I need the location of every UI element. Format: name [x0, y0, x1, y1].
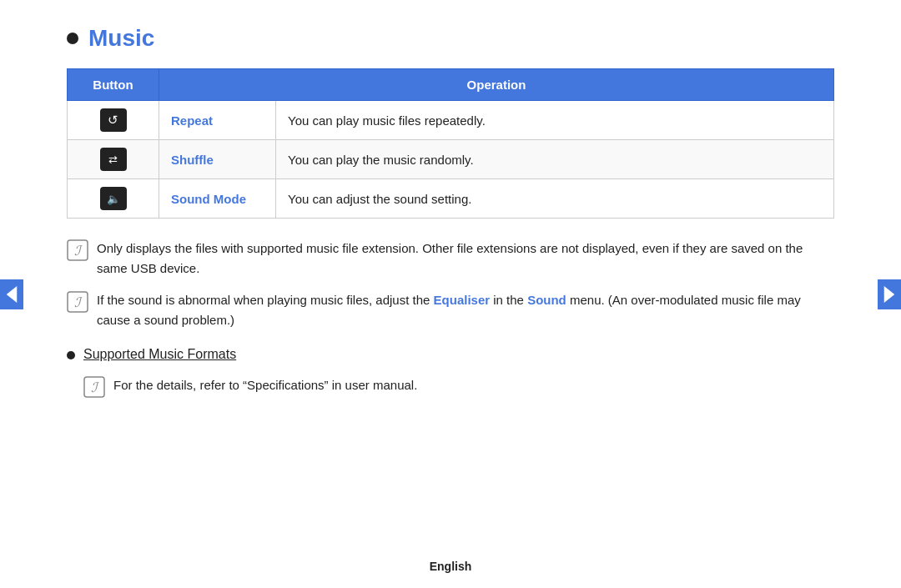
section-title: Music: [67, 25, 834, 52]
sound-mode-icon-cell: 🔈: [68, 179, 159, 219]
svg-marker-0: [7, 286, 18, 303]
sound-mode-label: Sound Mode: [171, 192, 246, 206]
sound-mode-description: You can adjust the sound setting.: [288, 192, 471, 206]
supported-formats-section: Supported Music Formats: [67, 347, 834, 362]
shuffle-icon: ⇄: [100, 148, 127, 171]
sub-note-item: ℐ For the details, refer to “Specificati…: [83, 375, 834, 398]
repeat-icon: ↺: [100, 108, 127, 132]
shuffle-icon-cell: ⇄: [68, 140, 159, 179]
shuffle-desc-cell: You can play the music randomly.: [276, 140, 834, 179]
nav-left-button[interactable]: [0, 279, 23, 309]
note-icon-1: ℐ: [67, 239, 88, 261]
note-text-2: If the sound is abnormal when playing mu…: [97, 290, 834, 330]
repeat-description: You can play music files repeatedly.: [288, 113, 486, 128]
table-row: 🔈 Sound Mode You can adjust the sound se…: [68, 179, 834, 219]
table-row: ⇄ Shuffle You can play the music randoml…: [68, 140, 834, 179]
sound-mode-desc-cell: You can adjust the sound setting.: [276, 179, 834, 219]
footer-language: English: [0, 560, 901, 573]
sound-link: Sound: [527, 293, 566, 307]
table-header-operation: Operation: [159, 69, 834, 101]
shuffle-description: You can play the music randomly.: [288, 153, 474, 167]
sound-mode-label-cell: Sound Mode: [159, 179, 276, 219]
svg-marker-1: [884, 286, 895, 303]
bullet-icon: [67, 33, 78, 44]
shuffle-label: Shuffle: [171, 153, 214, 167]
sound-mode-icon: 🔈: [100, 187, 127, 210]
repeat-label: Repeat: [171, 113, 213, 128]
note-icon-2: ℐ: [67, 291, 88, 313]
notes-section: ℐ Only displays the files with supported…: [67, 239, 834, 330]
sub-note-text: For the details, refer to “Specification…: [113, 375, 417, 395]
note-item-1: ℐ Only displays the files with supported…: [67, 239, 834, 279]
music-table: Button Operation ↺ Repeat You can play m…: [67, 68, 834, 219]
repeat-label-cell: Repeat: [159, 101, 276, 140]
shuffle-label-cell: Shuffle: [159, 140, 276, 179]
sub-note-icon: ℐ: [83, 376, 105, 398]
svg-text:ℐ: ℐ: [74, 295, 83, 309]
svg-text:ℐ: ℐ: [91, 380, 99, 395]
page-title: Music: [88, 25, 154, 52]
nav-right-button[interactable]: [878, 279, 901, 309]
sub-bullet-icon: [67, 351, 75, 359]
svg-text:ℐ: ℐ: [74, 244, 83, 258]
repeat-desc-cell: You can play music files repeatedly.: [276, 101, 834, 140]
note-item-2: ℐ If the sound is abnormal when playing …: [67, 290, 834, 330]
table-header-button: Button: [68, 69, 159, 101]
supported-formats-label: Supported Music Formats: [83, 347, 236, 362]
note-text-1: Only displays the files with supported m…: [97, 239, 834, 279]
equaliser-link: Equaliser: [434, 293, 491, 307]
table-row: ↺ Repeat You can play music files repeat…: [68, 101, 834, 140]
repeat-icon-cell: ↺: [68, 101, 159, 140]
